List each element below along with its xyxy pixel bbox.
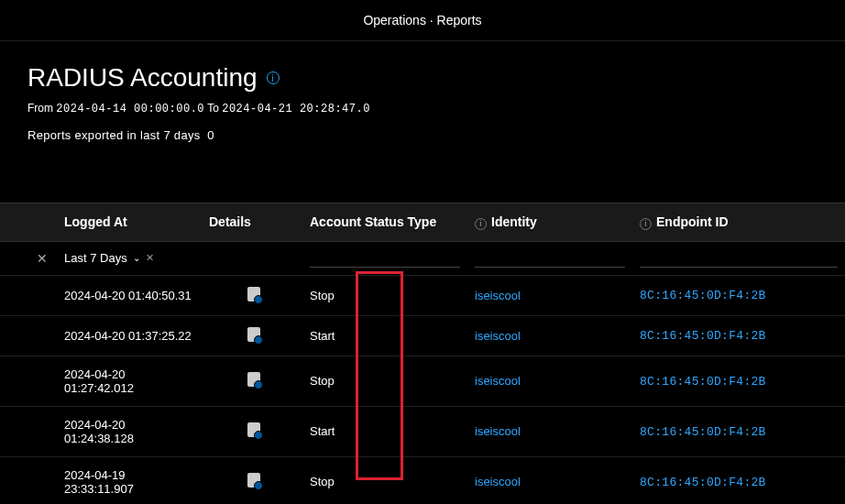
identity-cell: iseiscool [467, 356, 632, 406]
status-filter-input[interactable] [310, 249, 460, 268]
endpoint-cell: 8C:16:45:0D:F4:2B [632, 456, 845, 504]
page-title: RADIUS Accounting i [27, 63, 818, 93]
chevron-down-icon: ⌄ [133, 253, 140, 263]
status-cell: Start [302, 406, 467, 456]
exported-label: Reports exported in last 7 days [27, 128, 201, 142]
col-endpoint[interactable]: iEndpoint ID [632, 203, 845, 242]
clear-filters-icon[interactable]: ✕ [37, 251, 48, 266]
table-row: 2024-04-20 01:40:50.31Stopiseiscool8C:16… [0, 275, 845, 315]
range-to-value: 2024-04-21 20:28:47.0 [222, 103, 370, 115]
breadcrumb-operations[interactable]: Operations [363, 13, 425, 27]
identity-cell: iseiscool [467, 456, 632, 504]
status-cell: Stop [302, 456, 467, 504]
endpoint-filter-input[interactable] [640, 249, 838, 268]
date-range-value: Last 7 Days [64, 251, 127, 265]
identity-cell: iseiscool [467, 275, 632, 315]
clear-date-icon[interactable]: ✕ [146, 252, 154, 264]
col-logged-at[interactable]: Logged At [0, 203, 202, 242]
date-range-dropdown[interactable]: Last 7 Days ⌄ ✕ [64, 251, 154, 265]
table-row: 2024-04-20 01:37:25.22Startiseiscool8C:1… [0, 315, 845, 356]
exported-summary: Reports exported in last 7 days 0 [27, 128, 818, 142]
endpoint-cell: 8C:16:45:0D:F4:2B [632, 406, 845, 456]
identity-link[interactable]: iseiscool [475, 374, 521, 388]
info-icon[interactable]: i [267, 71, 280, 84]
identity-link[interactable]: iseiscool [475, 475, 521, 488]
identity-link[interactable]: iseiscool [475, 424, 521, 438]
logged-at-cell: 2024-04-19 23:33:11.907 [0, 456, 202, 504]
col-identity-label: Identity [491, 214, 537, 229]
logged-at-cell: 2024-04-20 01:27:42.012 [0, 356, 202, 406]
details-icon[interactable] [247, 372, 260, 387]
table-header-row: Logged At Details Account Status Type iI… [0, 203, 845, 242]
col-status[interactable]: Account Status Type [302, 203, 467, 242]
endpoint-link[interactable]: 8C:16:45:0D:F4:2B [640, 289, 766, 302]
endpoint-link[interactable]: 8C:16:45:0D:F4:2B [640, 329, 766, 343]
details-cell [202, 275, 302, 315]
logged-at-cell: 2024-04-20 01:24:38.128 [0, 406, 202, 456]
date-range: From 2024-04-14 00:00:00.0 To 2024-04-21… [27, 102, 818, 115]
details-icon[interactable] [247, 473, 260, 488]
info-icon: i [475, 218, 487, 230]
endpoint-cell: 8C:16:45:0D:F4:2B [632, 356, 845, 406]
col-endpoint-label: Endpoint ID [656, 214, 729, 229]
identity-cell: iseiscool [467, 406, 632, 456]
page-title-text: RADIUS Accounting [27, 63, 258, 93]
status-cell: Stop [302, 356, 467, 406]
col-identity[interactable]: iIdentity [467, 203, 632, 242]
status-cell: Start [302, 315, 467, 356]
table-row: 2024-04-19 23:33:11.907Stopiseiscool8C:1… [0, 456, 845, 504]
identity-link[interactable]: iseiscool [475, 289, 521, 302]
identity-filter-input[interactable] [475, 249, 625, 268]
col-details[interactable]: Details [202, 203, 302, 242]
status-cell: Stop [302, 275, 467, 315]
details-cell [202, 356, 302, 406]
exported-count: 0 [207, 128, 214, 142]
details-icon[interactable] [247, 327, 260, 342]
range-to-label: To [204, 102, 222, 115]
info-icon: i [640, 218, 652, 230]
details-cell [202, 315, 302, 356]
breadcrumb-reports[interactable]: Reports [437, 13, 482, 27]
details-icon[interactable] [247, 422, 260, 437]
breadcrumb-sep: · [430, 13, 433, 27]
logged-at-cell: 2024-04-20 01:40:50.31 [0, 275, 202, 315]
details-cell [202, 456, 302, 504]
table-row: 2024-04-20 01:24:38.128Startiseiscool8C:… [0, 406, 845, 456]
endpoint-link[interactable]: 8C:16:45:0D:F4:2B [640, 425, 766, 439]
range-from-label: From [27, 102, 56, 115]
identity-cell: iseiscool [467, 315, 632, 356]
table-row: 2024-04-20 01:27:42.012Stopiseiscool8C:1… [0, 356, 845, 406]
endpoint-link[interactable]: 8C:16:45:0D:F4:2B [640, 375, 766, 389]
accounting-table: Logged At Details Account Status Type iI… [0, 203, 845, 504]
details-icon[interactable] [247, 287, 260, 301]
range-from-value: 2024-04-14 00:00:00.0 [56, 103, 204, 115]
details-cell [202, 406, 302, 456]
endpoint-link[interactable]: 8C:16:45:0D:F4:2B [640, 476, 766, 489]
endpoint-cell: 8C:16:45:0D:F4:2B [632, 315, 845, 356]
filter-row: ✕ Last 7 Days ⌄ ✕ [0, 241, 845, 275]
logged-at-cell: 2024-04-20 01:37:25.22 [0, 315, 202, 356]
endpoint-cell: 8C:16:45:0D:F4:2B [632, 275, 845, 315]
identity-link[interactable]: iseiscool [475, 329, 521, 343]
breadcrumb: Operations · Reports [0, 0, 845, 41]
